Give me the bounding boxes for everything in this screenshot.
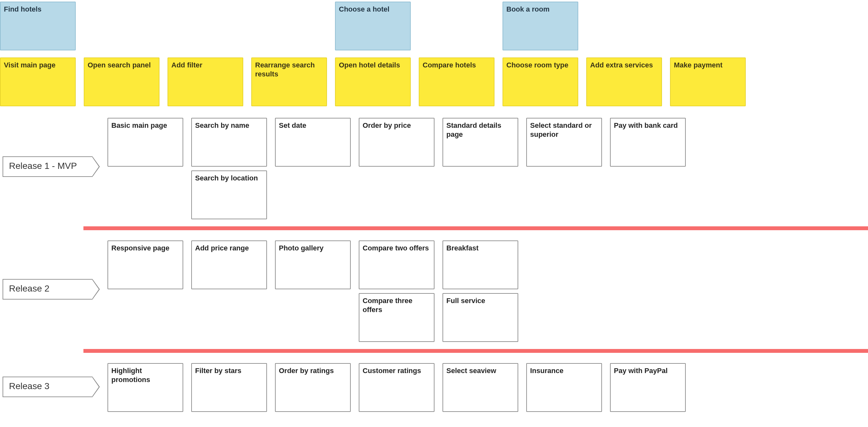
story-card[interactable]: Add price range <box>191 241 267 289</box>
release-divider <box>84 349 868 353</box>
story-card[interactable]: Basic main page <box>107 118 183 166</box>
story-card[interactable]: Order by price <box>359 118 434 166</box>
feature-card[interactable]: Rearrange search results <box>251 58 327 106</box>
release-divider <box>84 226 868 230</box>
feature-card[interactable]: Visit main page <box>0 58 76 106</box>
feature-card[interactable]: Compare hotels <box>419 58 495 106</box>
story-card[interactable]: Search by location <box>191 171 267 219</box>
feature-card[interactable]: Open search panel <box>84 58 159 106</box>
story-card[interactable]: Filter by stars <box>191 363 267 412</box>
epic-row: Find hotels Choose a hotel Book a room <box>0 2 868 54</box>
feature-card[interactable]: Add extra services <box>586 58 662 106</box>
story-card[interactable]: Set date <box>275 118 351 166</box>
story-card[interactable]: Pay with bank card <box>610 118 686 166</box>
story-card[interactable]: Customer ratings <box>359 363 434 412</box>
release-block-2: Release 2 Responsive page Add price rang… <box>0 241 868 346</box>
epic-card[interactable]: Find hotels <box>0 2 76 51</box>
epic-card[interactable]: Book a room <box>502 2 578 51</box>
story-card[interactable]: Full service <box>442 293 518 342</box>
story-card[interactable]: Insurance <box>526 363 602 412</box>
story-card[interactable]: Select seaview <box>442 363 518 412</box>
story-card[interactable]: Photo gallery <box>275 241 351 289</box>
feature-card[interactable]: Make payment <box>670 58 746 106</box>
story-card[interactable]: Order by ratings <box>275 363 351 412</box>
epic-card[interactable]: Choose a hotel <box>335 2 411 51</box>
story-card[interactable]: Compare three offers <box>359 293 434 342</box>
feature-row: Visit main page Open search panel Add fi… <box>0 58 868 110</box>
feature-card[interactable]: Open hotel details <box>335 58 411 106</box>
release-label: Release 1 - MVP <box>3 156 92 177</box>
release-label: Release 3 <box>3 376 92 397</box>
feature-card[interactable]: Add filter <box>167 58 243 106</box>
story-card[interactable]: Select standard or superior <box>526 118 602 166</box>
release-block-1: Release 1 - MVP Basic main page Search b… <box>0 118 868 223</box>
story-card[interactable]: Pay with PayPal <box>610 363 686 412</box>
story-card[interactable]: Standard details page <box>442 118 518 166</box>
story-card[interactable]: Compare two offers <box>359 241 434 289</box>
story-card[interactable]: Highlight promotions <box>107 363 183 412</box>
release-label: Release 2 <box>3 279 92 300</box>
feature-card[interactable]: Choose room type <box>502 58 578 106</box>
release-block-3: Release 3 Highlight promotions Filter by… <box>0 363 868 416</box>
story-card[interactable]: Breakfast <box>442 241 518 289</box>
story-card[interactable]: Responsive page <box>107 241 183 289</box>
story-card[interactable]: Search by name <box>191 118 267 166</box>
